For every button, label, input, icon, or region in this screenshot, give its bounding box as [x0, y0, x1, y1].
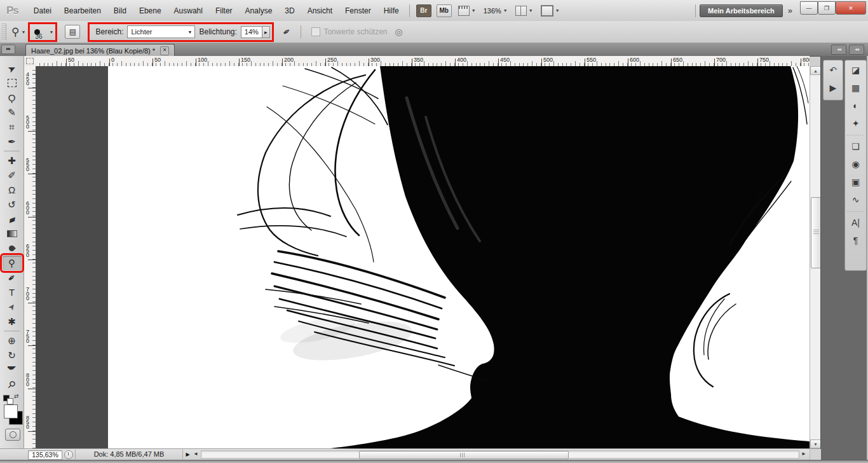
ruler-major-tick: [455, 59, 456, 66]
type-tool[interactable]: T: [3, 285, 22, 300]
ruler-major-tick: [412, 59, 412, 66]
zoom-percentage-field[interactable]: 135,63%: [28, 450, 62, 460]
history-brush-tool[interactable]: ↺: [3, 197, 22, 212]
styles-panel-icon[interactable]: ✦: [848, 115, 864, 132]
menu-datei[interactable]: Datei: [27, 3, 58, 18]
dock-collapse-button-1[interactable]: ◂◂: [831, 45, 846, 55]
workspace-button[interactable]: Mein Arbeitsbereich: [700, 4, 783, 17]
brush-tool[interactable]: ✐: [3, 168, 22, 183]
menu-hilfe[interactable]: Hilfe: [377, 3, 405, 18]
lasso-tool[interactable]: Ϙ: [3, 90, 22, 105]
hand-tool[interactable]: ☁: [3, 363, 22, 377]
channels-panel-icon[interactable]: ◉: [848, 156, 864, 172]
arrange-documents-button[interactable]: ▼: [515, 6, 533, 16]
menu-bearbeiten[interactable]: Bearbeiten: [58, 3, 107, 18]
character-panel-icon[interactable]: A|: [848, 214, 864, 231]
screen-mode-button[interactable]: ▼: [541, 5, 560, 17]
masks-panel-icon[interactable]: ▣: [848, 174, 864, 190]
paragraph-panel-icon[interactable]: ¶: [848, 232, 864, 249]
scroll-up-icon[interactable]: ▲: [810, 66, 821, 75]
custom-shape-tool[interactable]: ✱: [3, 314, 22, 329]
quick-mask-button[interactable]: [5, 429, 20, 441]
gradient-tool[interactable]: [3, 226, 22, 241]
dodge-tool[interactable]: ⚲: [3, 256, 22, 270]
layers-panel-icon[interactable]: ❏: [848, 138, 864, 155]
airbrush-toggle-icon[interactable]: ✒: [280, 25, 294, 39]
menu-3d[interactable]: 3D: [278, 3, 301, 18]
sync-status-icon: [64, 450, 73, 459]
menu-bild[interactable]: Bild: [107, 3, 133, 18]
quick-selection-tool[interactable]: ✎: [3, 105, 22, 120]
eraser-tool[interactable]: ▰: [3, 212, 22, 226]
status-options-button[interactable]: ▶: [184, 450, 192, 459]
ruler-label: 450: [500, 57, 510, 63]
chevron-down-icon[interactable]: ▼: [50, 30, 54, 34]
menu-analyse[interactable]: Analyse: [239, 3, 279, 18]
toggle-brushes-panel-button[interactable]: ▤: [65, 25, 80, 39]
view-extras-button[interactable]: ▼: [458, 6, 476, 16]
bridge-button[interactable]: Br: [416, 4, 431, 17]
menu-fenster[interactable]: Fenster: [339, 3, 377, 18]
scroll-down-icon[interactable]: ▼: [810, 439, 821, 448]
3d-orbit-tool[interactable]: ↻: [3, 348, 22, 363]
adjustments-panel-icon[interactable]: ◐: [848, 97, 864, 114]
minimize-button[interactable]: —: [800, 1, 818, 15]
path-selection-tool[interactable]: ➤: [3, 300, 22, 314]
menu-ansicht[interactable]: Ansicht: [301, 3, 339, 18]
horizontal-ruler[interactable]: 5005010015020025030035040045050055060065…: [36, 56, 810, 67]
tonwerte-checkbox[interactable]: [311, 27, 320, 36]
horizontal-scrollbar-thumb[interactable]: [359, 451, 569, 459]
zoom-level-button[interactable]: 136% ▼: [484, 7, 508, 15]
actions-panel-icon[interactable]: ▶: [825, 79, 841, 96]
toolbox-collapse-button[interactable]: ▸▸: [1, 45, 15, 54]
bereich-dropdown[interactable]: Lichter ▼: [127, 25, 195, 38]
pen-tool[interactable]: ✒: [3, 270, 22, 285]
menu-ebene[interactable]: Ebene: [133, 3, 168, 18]
horizontal-scrollbar[interactable]: [201, 450, 799, 459]
belichtung-input[interactable]: 14%: [241, 26, 262, 38]
close-button[interactable]: ✕: [836, 1, 866, 15]
eyedropper-tool[interactable]: ✒: [3, 134, 22, 149]
workspace-overflow-chevron[interactable]: »: [788, 6, 791, 15]
current-tool-preset[interactable]: ⚲ ▼: [11, 25, 25, 39]
swap-colors-icon[interactable]: ⇄: [14, 393, 19, 399]
canvas-area[interactable]: [36, 66, 810, 448]
history-panel-icon[interactable]: ↶: [825, 62, 841, 78]
lasso-tool-icon: Ϙ: [8, 93, 16, 102]
menu-auswahl[interactable]: Auswahl: [168, 3, 209, 18]
photoshop-logo: Ps: [6, 4, 18, 17]
chevron-down-icon: ▼: [471, 8, 476, 13]
move-tool[interactable]: ➤: [3, 61, 22, 76]
vertical-ruler[interactable]: 450500550600650700750800850: [24, 66, 36, 448]
dock-collapse-button-2[interactable]: ◂◂: [849, 45, 864, 55]
clone-stamp-tool[interactable]: Ω: [3, 183, 22, 197]
zoom-tool[interactable]: ⚲: [3, 377, 22, 392]
belichtung-slider-popup-button[interactable]: ▶: [262, 26, 270, 38]
scroll-right-icon[interactable]: ►: [801, 451, 806, 457]
color-panel-icon[interactable]: ◪: [848, 62, 864, 78]
default-colors-icon[interactable]: [3, 393, 13, 402]
crop-tool[interactable]: ⌗: [3, 120, 22, 134]
foreground-color-swatch[interactable]: [4, 404, 18, 418]
document-tab[interactable]: Haare_02.jpg bei 136% (Blau Kopie/8) * ✕: [25, 44, 175, 57]
restore-button[interactable]: ❐: [818, 1, 836, 15]
tablet-pressure-icon[interactable]: ◎: [395, 27, 403, 37]
marquee-tool[interactable]: [3, 76, 22, 90]
history-brush-tool-icon: ↺: [8, 200, 16, 209]
paths-panel-icon[interactable]: ∿: [848, 191, 864, 208]
3d-rotate-tool[interactable]: ⊕: [3, 333, 22, 348]
ruler-origin-corner[interactable]: [24, 56, 36, 67]
tab-close-icon[interactable]: ✕: [160, 46, 169, 55]
swatches-panel-icon[interactable]: ▦: [848, 79, 864, 96]
ruler-label: 500: [543, 57, 553, 63]
blur-tool[interactable]: [3, 241, 22, 256]
menu-filter[interactable]: Filter: [209, 3, 239, 18]
ruler-label: 150: [241, 57, 250, 63]
ruler-major-tick: [196, 59, 196, 66]
healing-brush-tool[interactable]: ✚: [3, 153, 22, 168]
scroll-left-icon[interactable]: ◄: [193, 451, 198, 457]
document-canvas[interactable]: [36, 66, 810, 448]
vertical-scrollbar[interactable]: ▲ ▼: [810, 66, 820, 448]
options-bar-grip[interactable]: [1, 24, 6, 40]
mini-bridge-button[interactable]: Mb: [437, 4, 452, 17]
